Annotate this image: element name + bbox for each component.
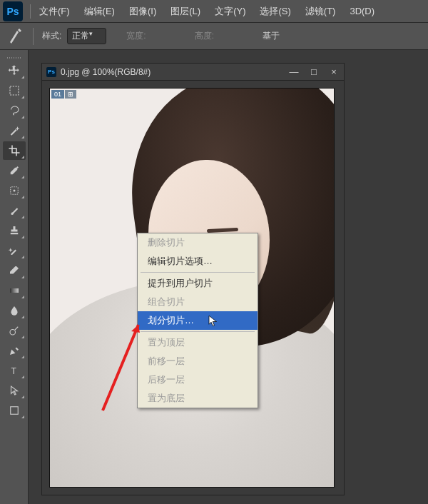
svg-rect-6 [10,407,18,415]
shape-tool[interactable] [3,401,26,420]
menu-type[interactable]: 文字(Y) [208,1,253,22]
menubar: Ps 文件(F) 编辑(E) 图像(I) 图层(L) 文字(Y) 选择(S) 滤… [0,0,428,23]
slice-type-icon: ⊞ [65,90,76,99]
type-tool[interactable]: T [3,361,26,380]
ctx-combine-slice: 组合切片 [138,293,258,311]
path-select-tool[interactable] [3,381,26,400]
ctx-send-backward: 后移一层 [138,371,258,389]
separator [33,28,34,45]
svg-point-2 [13,190,15,192]
menu-file[interactable]: 文件(F) [32,1,77,22]
eraser-tool[interactable] [3,261,26,280]
history-brush-tool[interactable] [3,241,26,260]
ctx-divide-slice[interactable]: 划分切片… [138,311,258,330]
toolbar-grip[interactable] [0,56,28,60]
slice-badge: 01 ⊞ [51,90,76,99]
ctx-send-back: 置为底层 [138,389,258,408]
context-menu: 删除切片 编辑切片选项… 提升到用户切片 组合切片 划分切片… 置为顶层 前移一… [137,233,258,408]
blur-tool[interactable] [3,301,26,320]
maximize-button[interactable]: □ [304,64,324,80]
move-tool[interactable] [3,61,26,80]
slice-number: 01 [51,90,64,99]
ctx-separator [141,331,255,332]
active-tool-icon[interactable] [7,28,24,45]
close-button[interactable]: × [324,64,344,80]
eyedropper-tool[interactable] [3,161,26,180]
ctx-separator [141,272,255,273]
doc-ps-icon: Ps [46,67,56,77]
base-label: 基于 [263,30,280,42]
options-bar: 样式: 正常 ▾ 宽度: 高度: 基于 [0,23,428,50]
brush-tool[interactable] [3,201,26,220]
width-label: 宽度: [126,30,146,42]
tools-panel: T [0,50,29,504]
ctx-promote-slice[interactable]: 提升到用户切片 [138,274,258,293]
ctx-edit-slice-options[interactable]: 编辑切片选项… [138,252,258,271]
ctx-bring-front: 置为顶层 [138,333,258,352]
healing-tool[interactable] [3,181,26,200]
stamp-tool[interactable] [3,221,26,240]
ps-logo: Ps [3,1,23,21]
menu-edit[interactable]: 编辑(E) [77,1,122,22]
gradient-tool[interactable] [3,281,26,300]
menu-filter[interactable]: 滤镜(T) [298,1,343,22]
crop-tool[interactable] [3,141,26,160]
menu-layer[interactable]: 图层(L) [163,1,208,22]
dodge-tool[interactable] [3,321,26,340]
style-select[interactable]: 正常 ▾ [67,28,106,44]
menu-3d[interactable]: 3D(D) [342,1,382,21]
ctx-delete-slice: 删除切片 [138,233,258,252]
wand-tool[interactable] [3,121,26,140]
marquee-tool[interactable] [3,81,26,100]
svg-point-4 [10,330,16,336]
pen-tool[interactable] [3,341,26,360]
menu-separator [30,4,31,19]
style-label: 样式: [42,30,61,42]
menu-image[interactable]: 图像(I) [122,1,163,22]
cursor-icon [207,314,220,330]
document-titlebar[interactable]: Ps 0.jpg @ 100%(RGB/8#) — □ × [42,64,344,81]
svg-rect-3 [10,288,19,293]
minimize-button[interactable]: — [284,64,304,80]
lasso-tool[interactable] [3,101,26,120]
svg-text:T: T [11,366,16,376]
height-label: 高度: [195,30,214,42]
workspace: Ps 0.jpg @ 100%(RGB/8#) — □ × 01 ⊞ [29,50,428,504]
annotation-arrow [96,314,153,417]
ctx-bring-forward: 前移一层 [138,352,258,371]
menu-select[interactable]: 选择(S) [253,1,297,22]
document-title: 0.jpg @ 100%(RGB/8#) [61,67,284,77]
svg-rect-0 [10,86,19,95]
